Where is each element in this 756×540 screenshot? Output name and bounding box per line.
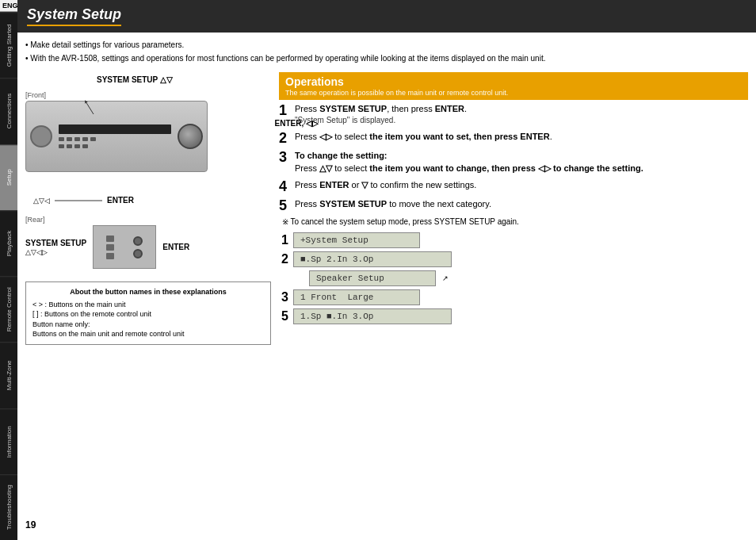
rear-section: [Rear] SYSTEM SETUP △▽◁▷: [25, 216, 271, 269]
intro-bullet1: • Make detail settings for various param…: [25, 39, 748, 51]
step-1: 1 Press SYSTEM SETUP, then press ENTER. …: [279, 103, 748, 126]
left-column: SYSTEM SETUP △▽ [Front]: [25, 72, 271, 534]
lcd-display-5: 1.Sp ■.In 3.Op: [293, 308, 452, 324]
display-row-speaker: Speaker Setup ↗: [295, 270, 748, 286]
speaker-arrow: ↗: [442, 274, 449, 282]
rear-knob1: [133, 236, 143, 246]
lcd-display-2: ■.Sp 2.In 3.Op: [293, 251, 452, 267]
panel-btn6: [59, 144, 64, 148]
rear-knobs-group: [133, 236, 143, 259]
lcd-display-1: +System Setup: [293, 232, 420, 248]
intro-bullet2: • With the AVR-1508, settings and operat…: [25, 52, 748, 64]
sidebar-item-playback[interactable]: Playback: [0, 210, 17, 276]
panel-button-row2: [59, 144, 171, 148]
display-num-3: 3: [279, 290, 288, 304]
rear-system-setup-arrows: △▽◁▷: [25, 248, 86, 256]
rear-knob2: [133, 249, 143, 259]
step-1-number: 1: [279, 103, 292, 117]
display-num-1: 1: [279, 233, 288, 247]
step-4-number: 4: [279, 179, 292, 193]
lcd-display-speaker: Speaker Setup: [309, 270, 436, 286]
right-column: Operations The same operation is possibl…: [279, 72, 748, 534]
panel-btn4: [82, 137, 88, 141]
rear-system-setup-label: SYSTEM SETUP: [25, 239, 86, 247]
display-num-5: 5: [279, 309, 288, 324]
cancel-note: ※ To cancel the system setup mode, press…: [279, 217, 748, 226]
operations-title: Operations: [285, 75, 742, 88]
step-4-text: Press ENTER or ▽ to confirm the new sett…: [295, 179, 748, 191]
panel-btn7: [67, 144, 72, 148]
step-3: 3 To change the setting: Press △▽ to sel…: [279, 150, 748, 174]
step-2-text: Press ◁▷ to select the item you want to …: [295, 131, 748, 143]
operations-subtitle: The same operation is possible on the ma…: [285, 89, 742, 97]
panel-button-row: [59, 137, 171, 141]
display-section: 1 +System Setup 2 ■.Sp 2.In 3.Op Speaker…: [279, 232, 748, 324]
page-number: 19: [25, 516, 271, 534]
info-box-line1: < > : Buttons on the main unit: [32, 300, 264, 310]
svg-line-0: [86, 101, 94, 114]
panel-btn8: [74, 144, 80, 148]
panel-btn1: [59, 137, 64, 141]
rear-conn2: [106, 244, 114, 251]
step-4: 4 Press ENTER or ▽ to confirm the new se…: [279, 179, 748, 193]
system-setup-arrow-front: [82, 100, 105, 116]
step-1-subtext: "System Setup" is displayed.: [295, 115, 748, 126]
display-row-3: 3 1 Front Large: [279, 289, 748, 305]
steps-container: 1 Press SYSTEM SETUP, then press ENTER. …: [279, 103, 748, 226]
info-box-line3: Button name only:: [32, 320, 264, 330]
language-label: ENGLISH: [0, 0, 17, 12]
sidebar-item-information[interactable]: Information: [0, 408, 17, 474]
info-box-line2: [ ] : Buttons on the remote control unit: [32, 309, 264, 320]
front-panel-diagram: [25, 101, 208, 172]
front-panel-center: [59, 124, 171, 148]
two-column-layout: SYSTEM SETUP △▽ [Front]: [25, 72, 748, 534]
display-row-1: 1 +System Setup: [279, 232, 748, 248]
page-header: System Setup: [17, 0, 756, 33]
content-area: • Make detail settings for various param…: [17, 33, 756, 540]
operations-header: Operations The same operation is possibl…: [279, 72, 748, 100]
front-arrows-section: △▽◁ ENTER: [33, 196, 271, 205]
enter-label-front: ENTER: [107, 196, 134, 205]
step-5-number: 5: [279, 198, 292, 213]
panel-display-bar: [59, 124, 171, 134]
front-panel-left-knob: [30, 125, 52, 147]
sidebar-item-multi-zone[interactable]: Multi-Zone: [0, 342, 17, 408]
step-2: 2 Press ◁▷ to select the item you want t…: [279, 131, 748, 145]
sidebar-nav: Getting Started Connections Setup Playba…: [0, 12, 17, 540]
system-setup-label-front: SYSTEM SETUP △▽: [97, 75, 173, 84]
info-box: About the button names in these explanat…: [25, 281, 271, 345]
rear-row: SYSTEM SETUP △▽◁▷: [25, 225, 271, 269]
step-3-number: 3: [279, 150, 292, 164]
rear-labels-left: SYSTEM SETUP △▽◁▷: [25, 239, 86, 256]
operations-box: Operations The same operation is possibl…: [279, 72, 748, 226]
step-5: 5 Press SYSTEM SETUP to move the next ca…: [279, 198, 748, 213]
front-panel-right-knob: [178, 124, 203, 149]
rear-conn3: [106, 253, 114, 259]
display-num-2: 2: [279, 252, 288, 266]
rear-panel-diagram: [93, 225, 156, 269]
sidebar-item-getting-started[interactable]: Getting Started: [0, 12, 17, 78]
sidebar: ENGLISH Getting Started Connections Setu…: [0, 0, 17, 540]
display-row-2: 2 ■.Sp 2.In 3.Op: [279, 251, 748, 267]
rear-conn1: [106, 236, 114, 242]
step-2-number: 2: [279, 131, 292, 145]
enter-arrows-label: ENTER, ◁▷: [275, 119, 319, 128]
sidebar-item-remote-control[interactable]: Remote Control: [0, 276, 17, 342]
main-content: System Setup • Make detail settings for …: [17, 0, 756, 540]
rear-enter-label: ENTER: [162, 243, 189, 251]
rear-device-label: [Rear]: [25, 216, 271, 224]
intro-text: • Make detail settings for various param…: [25, 39, 748, 66]
lcd-display-3: 1 Front Large: [293, 289, 420, 305]
sidebar-item-connections[interactable]: Connections: [0, 78, 17, 144]
arrow-line1: [55, 200, 102, 201]
step-5-text: Press SYSTEM SETUP to move the next cate…: [295, 198, 748, 210]
info-box-line4: Buttons on the main unit and remote cont…: [32, 329, 264, 339]
panel-btn2: [67, 137, 72, 141]
nav-arrows-front: △▽◁: [33, 197, 50, 205]
panel-btn5: [90, 137, 96, 141]
step-3-text: To change the setting: Press △▽ to selec…: [295, 150, 748, 174]
sidebar-item-troubleshooting[interactable]: Troubleshooting: [0, 474, 17, 540]
rear-connectors-group: [106, 236, 114, 259]
sidebar-item-setup[interactable]: Setup: [0, 144, 17, 210]
info-box-title: About the button names in these explanat…: [32, 287, 264, 297]
